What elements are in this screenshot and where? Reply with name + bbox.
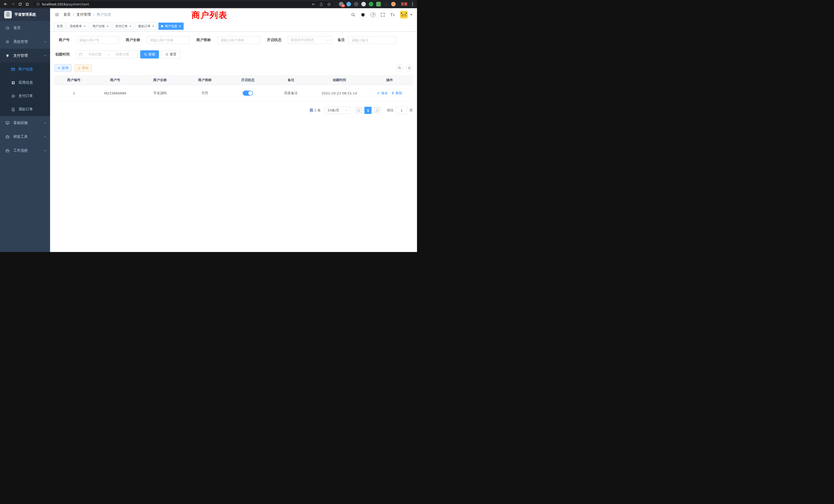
sidebar-item-payment[interactable]: ¥ 支付管理: [0, 49, 50, 63]
full-name-label: 商户全称: [125, 38, 140, 42]
merchant-no-input[interactable]: [76, 36, 119, 44]
sidebar-menu: 首页 系统管理 ¥ 支付管理: [0, 21, 50, 158]
extension-icon-5[interactable]: [369, 2, 373, 6]
end-date-placeholder: 结束日期: [110, 52, 135, 57]
sidebar-item-merchant-info[interactable]: 商户信息: [0, 63, 50, 76]
forward-icon[interactable]: [9, 1, 17, 8]
user-avatar[interactable]: [400, 11, 408, 19]
fullscreen-icon[interactable]: [380, 13, 385, 17]
extension-icon-2[interactable]: [346, 2, 351, 6]
tab-process-form[interactable]: 流程表单: [67, 23, 88, 30]
search-button[interactable]: 搜索: [140, 50, 159, 59]
cell-status: [226, 85, 270, 101]
refresh-button[interactable]: [406, 64, 413, 72]
reset-button[interactable]: 重置: [161, 50, 180, 59]
help-icon[interactable]: ?: [371, 12, 375, 17]
browser-menu-icon[interactable]: [410, 1, 415, 7]
tab-home[interactable]: 首页: [54, 23, 65, 30]
cell-full-name: 芋道源码: [137, 85, 183, 101]
tab-refund-order[interactable]: 退款订单: [136, 23, 157, 30]
share-icon[interactable]: [320, 2, 323, 6]
grid-icon: [11, 81, 16, 85]
sidebar-item-refund-order[interactable]: 退款订单: [0, 102, 50, 116]
sidebar-item-workflow[interactable]: 工作流程: [0, 144, 50, 158]
tab-merchant-info[interactable]: 商户信息: [158, 23, 183, 30]
tab-close-icon[interactable]: [129, 25, 131, 27]
logo-image: [4, 11, 12, 19]
tab-close-icon[interactable]: [179, 25, 181, 27]
extensions-bar: 10: [339, 2, 396, 6]
col-actions: 操作: [366, 75, 413, 85]
breadcrumb: 首页 / 支付管理 / 商户信息: [63, 12, 111, 17]
tags-view-bar: 首页 流程表单 用户分组 支付订单 退款订单: [50, 21, 417, 31]
browser-update-button[interactable]: 更新: [401, 2, 408, 6]
tab-close-icon[interactable]: [152, 25, 154, 27]
extension-icon-7[interactable]: [383, 2, 388, 6]
back-icon[interactable]: [2, 1, 9, 8]
reload-icon[interactable]: [17, 1, 24, 8]
profile-avatar-icon[interactable]: [391, 2, 396, 6]
sidebar-item-dev-tools[interactable]: 研发工具: [0, 130, 50, 144]
site-info-icon[interactable]: [36, 2, 40, 6]
chevron-down-icon: [327, 39, 329, 41]
extension-icon-1[interactable]: 10: [339, 2, 344, 6]
cell-create-time: 2021-10-23 08:31:14: [312, 85, 367, 101]
target-icon: [11, 94, 16, 98]
sidebar-item-home[interactable]: 首页: [0, 21, 50, 35]
chevron-down-icon: [44, 41, 46, 43]
full-name-input[interactable]: [147, 36, 190, 44]
url-bar[interactable]: localhost:1024/pay/merchant: [33, 1, 334, 7]
col-create-time: 创建时间: [312, 75, 367, 85]
toolbox-icon: [5, 135, 10, 139]
chevron-up-icon: [44, 54, 46, 57]
browser-chrome: localhost:1024/pay/merchant 10 更新: [0, 0, 417, 8]
add-button[interactable]: 新增: [54, 64, 72, 72]
search-icon[interactable]: [351, 13, 355, 17]
top-navbar: 首页 / 支付管理 / 商户信息 ?: [50, 8, 417, 21]
password-key-icon[interactable]: [311, 2, 315, 6]
export-button[interactable]: 导出: [74, 64, 92, 72]
sidebar-item-pay-order[interactable]: 支付订单: [0, 89, 50, 102]
home-icon[interactable]: [24, 1, 31, 8]
goto-page-input[interactable]: [396, 107, 408, 114]
page-1-button[interactable]: 1: [364, 107, 372, 114]
tab-close-icon[interactable]: [107, 25, 109, 27]
prev-page-button[interactable]: [355, 107, 362, 114]
status-toggle[interactable]: [243, 91, 253, 96]
breadcrumb-home[interactable]: 首页: [63, 12, 71, 17]
tab-user-group[interactable]: 用户分组: [90, 23, 111, 30]
remark-input[interactable]: [348, 36, 396, 44]
hamburger-icon[interactable]: [55, 12, 59, 17]
sidebar-item-app-info[interactable]: 应用信息: [0, 76, 50, 89]
hide-search-button[interactable]: [396, 64, 403, 72]
bank-card-icon: [11, 67, 16, 71]
delete-button[interactable]: 删除: [391, 91, 402, 95]
avatar-dropdown-icon[interactable]: [410, 14, 412, 16]
short-name-input[interactable]: [217, 36, 260, 44]
chevron-down-icon: [44, 122, 46, 124]
extension-icon-6[interactable]: [376, 2, 381, 6]
github-icon[interactable]: [360, 12, 366, 17]
next-page-button[interactable]: [374, 107, 381, 114]
bookmark-star-icon[interactable]: [327, 2, 331, 6]
page-size-select[interactable]: 10条/页: [325, 107, 351, 114]
col-full-name: 商户全称: [137, 75, 183, 85]
status-select[interactable]: 请选择开启状态: [288, 36, 332, 44]
page-content: 商户号 商户全称 商户简称 开启状态 请选择开启状态: [50, 31, 417, 114]
breadcrumb-separator: /: [73, 13, 74, 17]
chevron-down-icon: [345, 109, 348, 112]
extension-icon-4[interactable]: [361, 2, 366, 6]
edit-button[interactable]: 修改: [377, 91, 388, 95]
create-time-range-picker[interactable]: 开始日期 - 结束日期: [76, 50, 138, 58]
tab-pay-order[interactable]: 支付订单: [113, 23, 134, 30]
navbar-actions: ?: [351, 11, 412, 19]
extension-badge: 10: [341, 4, 345, 7]
tab-close-icon[interactable]: [84, 25, 86, 27]
sidebar-item-infrastructure[interactable]: 基础设施: [0, 116, 50, 130]
font-size-icon[interactable]: [390, 13, 395, 17]
merchant-no-label: 商户号: [54, 38, 70, 42]
sidebar-item-system[interactable]: 系统管理: [0, 35, 50, 49]
cell-merchant-id: 1: [54, 85, 94, 101]
extension-icon-3[interactable]: [354, 2, 358, 6]
breadcrumb-payment[interactable]: 支付管理: [76, 12, 91, 17]
